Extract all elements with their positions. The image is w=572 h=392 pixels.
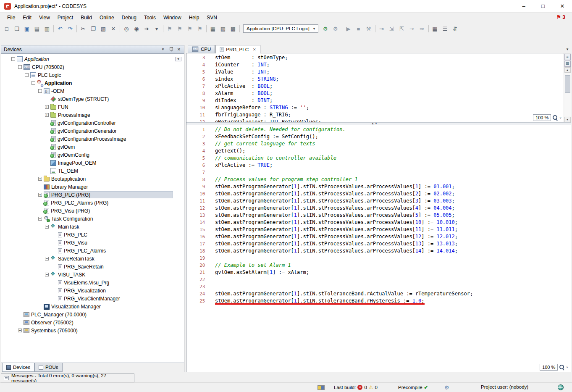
tree-item-task-configuration[interactable]: −Task Configuration [1, 215, 184, 223]
start-button[interactable]: ▶ [344, 24, 354, 33]
tree-item-processimage[interactable]: +ProcessImage [1, 111, 184, 119]
tree-item-visuelems-visu-prg[interactable]: VisuElems.Visu_Prg [1, 279, 184, 287]
tree-collapse-icon[interactable]: − [11, 57, 15, 61]
tree-item-maintask[interactable]: −MainTask [1, 223, 184, 231]
tree-item-systembus-705000[interactable]: +Systembus (705000) [1, 326, 184, 334]
close-button[interactable]: ✕ [553, 0, 572, 12]
menu-window[interactable]: Window [160, 13, 185, 22]
panel-menu-icon[interactable]: ▼ [160, 47, 165, 51]
tree-item-prg-visuclientmanager[interactable]: PRG_VisuClientManager [1, 295, 184, 303]
tree-item-library-manager[interactable]: Library Manager [1, 183, 184, 191]
tree-item-prg-plc-alarms[interactable]: PRG_PLC_Alarms [1, 247, 184, 255]
pin-icon[interactable] [169, 47, 173, 52]
tree-item-prg-plc-prg[interactable]: +PRG_PLC (PRG) [1, 191, 184, 199]
tab-close-icon[interactable]: ✕ [253, 47, 256, 52]
panel-close-icon[interactable]: ✕ [176, 47, 181, 52]
implementation-editor[interactable]: 1// Do not delete. Needed for configurat… [186, 125, 571, 372]
panel-tab-devices[interactable]: Devices [2, 363, 34, 372]
paste-button[interactable]: ▨ [98, 24, 108, 33]
tree-item-prg-visu-prg[interactable]: PRG_Visu (PRG) [1, 207, 184, 215]
magnifier-icon[interactable] [552, 115, 558, 121]
tree-expand-icon[interactable]: + [38, 177, 42, 181]
tree-collapse-icon[interactable]: − [38, 217, 42, 221]
declaration-editor[interactable]: 3stOem : stOemType;4iCounter : INT;5iVal… [186, 53, 571, 122]
tree-expand-icon[interactable]: + [45, 105, 49, 109]
bookmark-toggle-button[interactable]: ⚑ [165, 24, 175, 33]
tree-item-application[interactable]: −Application▼ [1, 55, 184, 63]
print-button[interactable]: ▤ [32, 24, 42, 33]
tree-collapse-icon[interactable]: − [25, 73, 29, 77]
tree-collapse-icon[interactable]: − [38, 89, 42, 93]
save-button[interactable]: ▣ [22, 24, 32, 33]
tree-item-saveretaintask[interactable]: −SaveRetainTask [1, 255, 184, 263]
editor-tab-cpu[interactable]: CPUCPU [188, 45, 215, 53]
tree-item-stoemtype-struct[interactable]: stOemType (STRUCT) [1, 95, 184, 103]
magnifier-icon[interactable] [559, 364, 565, 370]
editor-splitter[interactable]: ▲▼ [186, 122, 571, 125]
editor-tab-prg-plc[interactable]: PRG_PLC✕ [215, 45, 260, 53]
bookmark-next-button[interactable]: ⚑ [175, 24, 185, 33]
run-to-cursor-button[interactable]: ⇢ [407, 24, 417, 33]
menu-edit[interactable]: Edit [19, 13, 35, 22]
scroll-down-icon[interactable]: ▼ [564, 117, 571, 122]
textual-view-button[interactable]: ≡ [564, 54, 571, 60]
tree-expand-icon[interactable]: + [45, 113, 49, 117]
tree-item-plc-logic[interactable]: −PLC Logic [1, 71, 184, 79]
panel-tab-pous[interactable]: POUs [34, 363, 63, 372]
menu-help[interactable]: Help [185, 13, 203, 22]
tree-collapse-icon[interactable]: − [45, 225, 49, 229]
tree-item-gvloem[interactable]: gvlOem [1, 143, 184, 151]
cut-button[interactable]: ✂ [78, 24, 88, 33]
menu-debug[interactable]: Debug [118, 13, 140, 22]
page-setup-button[interactable]: ▥ [42, 24, 52, 33]
redo-button[interactable]: ↷ [65, 24, 75, 33]
tree-collapse-icon[interactable]: − [45, 273, 49, 276]
set-next-statement-button[interactable]: ⇒ [417, 24, 427, 33]
tree-item-prg-visualization[interactable]: PRG_Visualization [1, 287, 184, 295]
application-dropdown-icon[interactable]: ▼ [175, 57, 181, 61]
menu-svn[interactable]: SVN [203, 13, 221, 22]
globe-icon[interactable] [558, 384, 564, 390]
tree-collapse-icon[interactable]: − [31, 81, 35, 85]
tree-item-bootapplication[interactable]: +Bootapplication [1, 175, 184, 183]
tree-item-gvloemconfig[interactable]: gvlOemConfig [1, 151, 184, 159]
zoom-level[interactable]: 100 % [533, 114, 551, 121]
tabular-view-button[interactable]: ▦ [564, 61, 571, 67]
maximize-button[interactable]: □ [533, 0, 553, 12]
bookmark-previous-button[interactable]: ⚑ [185, 24, 195, 33]
find-button[interactable]: ◎ [121, 24, 131, 33]
tab-list-dropdown-icon[interactable]: ▼ [566, 47, 569, 51]
tree-item-cpu-705002[interactable]: −CPUCPU (705002) [1, 63, 184, 71]
new-file-button[interactable]: □ [2, 24, 12, 33]
tree-item-prg-plc[interactable]: PRG_PLC [1, 231, 184, 239]
tree-item-plc-manager-70-0000[interactable]: PLC_Manager (70.0000) [1, 310, 184, 318]
tree-item-application[interactable]: −Application [1, 79, 184, 87]
find-options-button[interactable]: ▾ [152, 24, 162, 33]
tree-item-prg-saveretain[interactable]: PRG_SaveRetain [1, 263, 184, 271]
pretest-flag-indicator[interactable]: ⚑ 3 [556, 14, 565, 20]
open-project-button[interactable]: ❏ [12, 24, 22, 33]
zoom-chevron-icon[interactable]: ˅ [559, 116, 562, 120]
menu-file[interactable]: File [3, 13, 19, 22]
menu-view[interactable]: View [35, 13, 54, 22]
step-over-button[interactable]: ⇥ [377, 24, 387, 33]
properties-view-button[interactable]: ▩ [228, 24, 238, 33]
tree-item-prg-plc-alarms-prg[interactable]: PRG_PLC_Alarms (PRG) [1, 199, 184, 207]
declaration-scrollbar[interactable] [564, 73, 571, 116]
build-button[interactable]: ⚙ [320, 24, 331, 33]
stop-button[interactable]: ■ [354, 24, 364, 33]
bookmark-clear-button[interactable]: ⚑ [195, 24, 205, 33]
delete-button[interactable]: ✕ [108, 24, 118, 33]
step-out-button[interactable]: ⇱ [397, 24, 407, 33]
zoom-chevron-icon[interactable]: ˅ [566, 366, 568, 369]
tree-item-imagepool-oem[interactable]: ImagePool_OEM [1, 159, 184, 167]
tree-item-visu-task[interactable]: −VISU_TASK [1, 271, 184, 279]
splitter-grip-icon[interactable]: ▲▼ [371, 122, 378, 125]
breakpoint-button[interactable]: ⚒ [364, 24, 374, 33]
tree-item-observer-705002[interactable]: Observer (705002) [1, 318, 184, 326]
tree-item-oem[interactable]: −-OEM [1, 87, 184, 95]
step-into-button[interactable]: ⇲ [387, 24, 397, 33]
device-tree[interactable]: −Application▼−CPUCPU (705002)−PLC Logic−… [1, 54, 184, 363]
find-replace-button[interactable]: ◉ [131, 24, 142, 33]
tree-expand-icon[interactable]: + [38, 193, 42, 197]
